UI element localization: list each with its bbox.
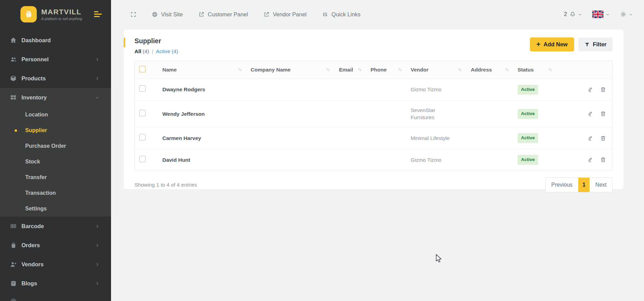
- pagination-page-1[interactable]: 1: [578, 178, 590, 192]
- column-header-phone[interactable]: Phone: [366, 61, 407, 79]
- column-header-address[interactable]: Address: [467, 61, 513, 79]
- sidebar-subitem-transaction[interactable]: Transaction: [0, 185, 111, 201]
- globe-icon: [152, 12, 158, 17]
- sidebar-item-barcode[interactable]: Barcode: [0, 217, 111, 236]
- filter-button[interactable]: Filter: [578, 37, 613, 51]
- table-header-row: Name Company Name Email Phone Vendor Add…: [135, 61, 612, 79]
- sidebar-subitem-transfer[interactable]: Transfer: [0, 170, 111, 185]
- column-header-vendor[interactable]: Vendor: [407, 61, 467, 79]
- status-badge: Active: [518, 133, 538, 143]
- sidebar-item-label: Orders: [21, 242, 40, 249]
- chevron-down-icon: [95, 95, 99, 100]
- supplier-name: David Hunt: [158, 149, 247, 171]
- supplier-phone: [366, 149, 407, 171]
- sliders-icon: [322, 12, 328, 17]
- sort-icon: [457, 67, 462, 72]
- sidebar-item-label: Personnel: [21, 56, 49, 63]
- pagination-next[interactable]: Next: [590, 178, 612, 192]
- edit-icon[interactable]: [587, 157, 594, 163]
- supplier-email: [335, 100, 366, 127]
- sidebar-subitem-supplier[interactable]: Supplier: [0, 123, 111, 138]
- sidebar-item-label: Barcode: [21, 223, 44, 229]
- language-dropdown[interactable]: [592, 11, 610, 18]
- plus-icon: +: [536, 41, 540, 48]
- sidebar-subitem-purchase-order[interactable]: Purchase Order: [0, 138, 111, 154]
- row-checkbox[interactable]: [139, 110, 146, 116]
- edit-icon[interactable]: [587, 111, 594, 117]
- trash-icon[interactable]: [600, 135, 606, 141]
- sidebar-item-vendors[interactable]: Vendors: [0, 255, 111, 274]
- sort-icon: [237, 67, 242, 72]
- quick-links-menu[interactable]: Quick Links: [322, 11, 360, 18]
- bag-icon: [10, 241, 17, 249]
- add-new-button[interactable]: + Add New: [530, 37, 574, 51]
- status-badge: Active: [518, 109, 538, 119]
- funnel-icon: [584, 42, 590, 47]
- customer-panel-link[interactable]: Customer Panel: [199, 11, 248, 18]
- column-header-company[interactable]: Company Name: [247, 61, 335, 79]
- supplier-phone: [366, 79, 407, 100]
- sidebar-item-label: Blogs: [21, 280, 37, 287]
- supplier-vendor: Minimal Lifestyle: [407, 127, 467, 149]
- sort-icon: [357, 67, 362, 72]
- edit-icon[interactable]: [587, 86, 594, 93]
- supplier-email: [335, 79, 366, 100]
- blog-icon: [10, 280, 17, 287]
- column-header-name[interactable]: Name: [158, 61, 247, 79]
- chevron-right-icon: [95, 76, 99, 81]
- tab-all[interactable]: All: [135, 48, 141, 54]
- trash-icon[interactable]: [600, 111, 606, 117]
- supplier-address: [467, 127, 513, 149]
- pagination-previous[interactable]: Previous: [546, 178, 578, 192]
- sidebar-item-orders[interactable]: Orders: [0, 236, 111, 255]
- sidebar-item-inventory[interactable]: Inventory: [0, 88, 111, 107]
- shopping-bag-icon: [24, 10, 33, 19]
- trash-icon[interactable]: [600, 157, 606, 163]
- mouse-cursor: [435, 254, 443, 264]
- select-all-checkbox[interactable]: [139, 66, 146, 73]
- uk-flag-icon: [592, 11, 603, 18]
- supplier-vendor: SevenStar Furnitures: [407, 100, 467, 127]
- sidebar-subitem-stock[interactable]: Stock: [0, 154, 111, 170]
- chevron-down-icon: [578, 13, 582, 16]
- sidebar-item-products[interactable]: Products: [0, 69, 111, 88]
- fullscreen-icon[interactable]: [130, 12, 136, 17]
- sidebar-item-personnel[interactable]: Personnel: [0, 50, 111, 69]
- chevron-right-icon: [95, 262, 99, 267]
- notifications-dropdown[interactable]: 2: [564, 11, 582, 18]
- row-checkbox[interactable]: [139, 156, 146, 162]
- visit-site-link[interactable]: Visit Site: [152, 11, 183, 18]
- tab-separator: |: [152, 48, 153, 54]
- table-row: Wendy Jefferson SevenStar Furnitures Act…: [135, 100, 612, 127]
- sidebar-item-dashboard[interactable]: Dashboard: [0, 31, 111, 50]
- edit-icon[interactable]: [587, 135, 594, 141]
- row-checkbox[interactable]: [139, 85, 146, 92]
- supplier-vendor: Gizmo Tizmo: [407, 149, 467, 171]
- sidebar-item-blogs[interactable]: Blogs: [0, 274, 111, 293]
- supplier-name: Carmen Harvey: [158, 127, 247, 149]
- users-icon: [10, 56, 17, 63]
- row-checkbox[interactable]: [139, 134, 146, 141]
- tab-active[interactable]: Active: [156, 48, 170, 54]
- vendor-panel-link[interactable]: Vendor Panel: [264, 11, 307, 18]
- sidebar-item-label: Inventory: [21, 94, 47, 101]
- sidebar-subitem-location[interactable]: Location: [0, 107, 111, 123]
- column-header-status[interactable]: Status: [514, 61, 557, 79]
- supplier-name: Dwayne Rodgers: [158, 79, 247, 100]
- supplier-address: [467, 149, 513, 171]
- column-header-email[interactable]: Email: [335, 61, 366, 79]
- settings-dropdown[interactable]: [620, 11, 633, 18]
- entries-summary: Showing 1 to 4 of 4 entries: [135, 182, 197, 188]
- chevron-right-icon: [95, 243, 99, 248]
- sidebar-group-inventory: Inventory Location Supplier Purchase Ord…: [0, 88, 111, 217]
- trash-icon[interactable]: [600, 86, 606, 93]
- table-row: Dwayne Rodgers Gizmo Tizmo Active: [135, 79, 612, 100]
- sort-icon: [548, 67, 553, 72]
- chevron-down-icon: [629, 13, 633, 16]
- notification-count: 2: [564, 11, 567, 17]
- sidebar-subitem-settings[interactable]: Settings: [0, 201, 111, 217]
- status-badge: Active: [518, 155, 538, 165]
- sidebar-item-label: Products: [21, 75, 46, 82]
- sidebar-toggle-icon[interactable]: [94, 11, 102, 17]
- supplier-email: [335, 127, 366, 149]
